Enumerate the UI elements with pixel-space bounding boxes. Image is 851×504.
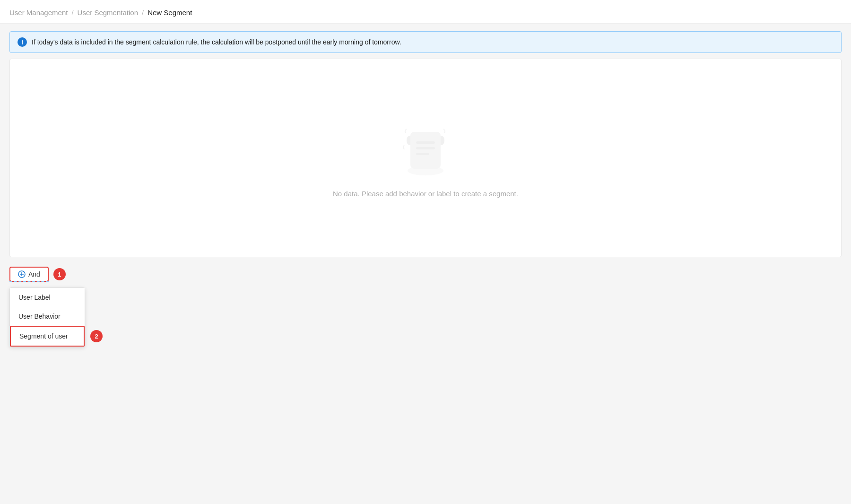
breadcrumb-user-segmentation[interactable]: User Segmentation (78, 9, 138, 17)
toolbar-area: And User Label User Behavior Segment of … (0, 257, 851, 504)
breadcrumb-user-management[interactable]: User Management (9, 9, 68, 17)
content-area: No data. Please add behavior or label to… (9, 59, 842, 257)
badge-1: 1 (53, 268, 66, 280)
breadcrumb-new-segment: New Segment (148, 9, 192, 17)
and-button-label: And (28, 270, 40, 278)
dropdown-item-user-behavior[interactable]: User Behavior (10, 307, 85, 326)
empty-state-text: No data. Please add behavior or label to… (333, 190, 518, 198)
empty-illustration: No data. Please add behavior or label to… (333, 119, 518, 198)
svg-rect-3 (416, 147, 435, 149)
and-button-underline (9, 281, 49, 282)
dropdown-item-user-label[interactable]: User Label (10, 288, 85, 307)
and-button[interactable]: And (9, 267, 49, 282)
breadcrumb: User Management / User Segmentation / Ne… (0, 0, 851, 24)
badge-2: 2 (90, 330, 103, 342)
breadcrumb-sep-1: / (71, 9, 73, 17)
plus-circle-icon (18, 270, 26, 278)
svg-rect-2 (416, 141, 435, 144)
breadcrumb-sep-2: / (142, 9, 144, 17)
svg-rect-1 (410, 132, 441, 169)
info-banner: i If today's data is included in the seg… (9, 31, 842, 53)
and-button-wrapper: And User Label User Behavior Segment of … (9, 267, 49, 282)
page-wrapper: User Management / User Segmentation / Ne… (0, 0, 851, 504)
dropdown-item-segment-of-user[interactable]: Segment of user (10, 326, 85, 347)
info-banner-text: If today's data is included in the segme… (32, 38, 401, 46)
info-icon: i (17, 37, 27, 47)
empty-state-icon (397, 119, 454, 180)
dropdown-menu: User Label User Behavior Segment of user… (9, 287, 85, 347)
svg-rect-4 (416, 153, 429, 155)
